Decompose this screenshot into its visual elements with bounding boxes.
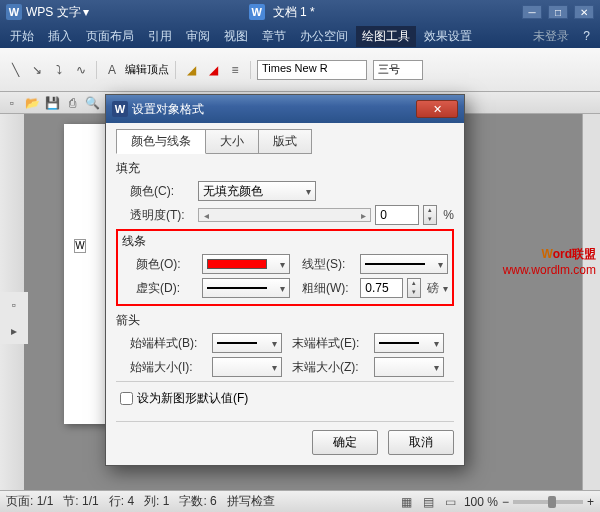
curve-tool-icon[interactable]: ∿ bbox=[72, 61, 90, 79]
shape-style-icon[interactable]: ≡ bbox=[226, 61, 244, 79]
default-checkbox-row[interactable]: 设为新图形默认值(F) bbox=[120, 390, 454, 407]
color-swatch-red bbox=[207, 259, 267, 269]
status-line[interactable]: 行: 4 bbox=[109, 493, 134, 510]
close-button[interactable]: ✕ bbox=[574, 5, 594, 19]
watermark-w: W bbox=[542, 247, 553, 261]
zoom-out-icon[interactable]: − bbox=[502, 495, 509, 509]
status-words[interactable]: 字数: 6 bbox=[179, 493, 216, 510]
app-name: WPS 文字 bbox=[26, 4, 81, 21]
fill-group-title: 填充 bbox=[116, 160, 454, 177]
arrow-end-style-label: 末端样式(E): bbox=[292, 335, 370, 352]
document-title: 文档 1 * bbox=[273, 4, 315, 21]
menu-drawing-tools[interactable]: 绘图工具 bbox=[356, 26, 416, 47]
line-tool-icon[interactable]: ╲ bbox=[6, 61, 24, 79]
arrow-end-size-select[interactable] bbox=[374, 357, 444, 377]
ok-button[interactable]: 确定 bbox=[312, 430, 378, 455]
dash-sample-icon bbox=[207, 287, 267, 289]
dialog-titlebar[interactable]: W 设置对象格式 ✕ bbox=[106, 95, 464, 123]
dialog-close-button[interactable]: ✕ bbox=[416, 100, 458, 118]
arrow-begin-style-label: 始端样式(B): bbox=[130, 335, 208, 352]
transparency-spinner[interactable]: ▴▾ bbox=[423, 205, 437, 225]
zoom-slider[interactable] bbox=[513, 500, 583, 504]
transparency-slider[interactable]: ◂▸ bbox=[198, 208, 371, 222]
default-checkbox[interactable] bbox=[120, 392, 133, 405]
menu-page-layout[interactable]: 页面布局 bbox=[80, 26, 140, 47]
arrow-end-style-select[interactable] bbox=[374, 333, 444, 353]
print-preview-icon[interactable]: 🔍 bbox=[84, 95, 100, 111]
menu-review[interactable]: 审阅 bbox=[180, 26, 216, 47]
arrow-group: 箭头 始端样式(B): 末端样式(E): 始端大小(I): 末端大小(Z): bbox=[116, 312, 454, 377]
vertical-scrollbar[interactable] bbox=[582, 114, 600, 494]
line-style-select[interactable] bbox=[360, 254, 448, 274]
save-icon[interactable]: 💾 bbox=[44, 95, 60, 111]
edit-vertex-button[interactable]: 编辑顶点 bbox=[125, 62, 169, 77]
menu-insert[interactable]: 插入 bbox=[42, 26, 78, 47]
status-section[interactable]: 节: 1/1 bbox=[63, 493, 98, 510]
watermark-url: www.wordlm.com bbox=[503, 263, 596, 277]
open-icon[interactable]: 📂 bbox=[24, 95, 40, 111]
side-panel-strip: ▫ ▸ bbox=[0, 292, 28, 344]
window-controls: ─ □ ✕ bbox=[522, 5, 594, 19]
menu-home[interactable]: 开始 bbox=[4, 26, 40, 47]
fill-color-value: 无填充颜色 bbox=[203, 183, 263, 200]
font-family-select[interactable]: Times New R bbox=[257, 60, 367, 80]
menu-help-icon[interactable]: ? bbox=[577, 27, 596, 45]
zoom-level[interactable]: 100 % bbox=[464, 495, 498, 509]
line-color-select[interactable] bbox=[202, 254, 290, 274]
arrow-begin-size-select[interactable] bbox=[212, 357, 282, 377]
minimize-button[interactable]: ─ bbox=[522, 5, 542, 19]
line-weight-value[interactable]: 0.75 bbox=[360, 278, 403, 298]
line-dash-label: 虚实(D): bbox=[136, 280, 198, 297]
menu-login[interactable]: 未登录 bbox=[527, 26, 575, 47]
line-weight-label: 粗细(W): bbox=[302, 280, 356, 297]
cancel-button[interactable]: 取消 bbox=[388, 430, 454, 455]
watermark: Word联盟 www.wordlm.com bbox=[503, 240, 596, 277]
menu-chapter[interactable]: 章节 bbox=[256, 26, 292, 47]
view-mode-3-icon[interactable]: ▭ bbox=[442, 493, 460, 511]
zoom-in-icon[interactable]: + bbox=[587, 495, 594, 509]
menu-office-space[interactable]: 办公空间 bbox=[294, 26, 354, 47]
maximize-button[interactable]: □ bbox=[548, 5, 568, 19]
side-doc-icon[interactable]: ▫ bbox=[5, 296, 23, 314]
fill-color-select[interactable]: 无填充颜色 bbox=[198, 181, 316, 201]
zoom-controls: ▦ ▤ ▭ 100 % − + bbox=[398, 493, 594, 511]
print-icon[interactable]: ⎙ bbox=[64, 95, 80, 111]
connector-tool-icon[interactable]: ⤵ bbox=[50, 61, 68, 79]
arrow-begin-style-select[interactable] bbox=[212, 333, 282, 353]
tab-size[interactable]: 大小 bbox=[205, 129, 259, 154]
tab-color-lines[interactable]: 颜色与线条 bbox=[116, 129, 206, 154]
status-spellcheck[interactable]: 拼写检查 bbox=[227, 493, 275, 510]
line-weight-spinner[interactable]: ▴▾ bbox=[407, 278, 421, 298]
status-page[interactable]: 页面: 1/1 bbox=[6, 493, 53, 510]
view-mode-2-icon[interactable]: ▤ bbox=[420, 493, 438, 511]
dialog-buttons: 确定 取消 bbox=[116, 421, 454, 455]
dialog-title: 设置对象格式 bbox=[132, 101, 204, 118]
line-dash-select[interactable] bbox=[202, 278, 290, 298]
arrow-tool-icon[interactable]: ↘ bbox=[28, 61, 46, 79]
drawn-shape[interactable]: W bbox=[74, 239, 86, 253]
app-logo-icon: W bbox=[6, 4, 22, 20]
menu-view[interactable]: 视图 bbox=[218, 26, 254, 47]
unit-dropdown-icon[interactable]: ▾ bbox=[443, 283, 448, 294]
dialog-icon: W bbox=[112, 101, 128, 117]
font-size-select[interactable]: 三号 bbox=[373, 60, 423, 80]
dialog-tabs: 颜色与线条 大小 版式 bbox=[116, 129, 454, 154]
line-color-label: 颜色(O): bbox=[136, 256, 198, 273]
new-doc-icon[interactable]: ▫ bbox=[4, 95, 20, 111]
transparency-value[interactable]: 0 bbox=[375, 205, 419, 225]
line-sample-icon bbox=[365, 263, 425, 265]
arrow-begin-size-label: 始端大小(I): bbox=[130, 359, 208, 376]
text-box-icon[interactable]: A bbox=[103, 61, 121, 79]
status-col[interactable]: 列: 1 bbox=[144, 493, 169, 510]
menu-effect-settings[interactable]: 效果设置 bbox=[418, 26, 478, 47]
fill-color-icon[interactable]: ◢ bbox=[182, 61, 200, 79]
menu-references[interactable]: 引用 bbox=[142, 26, 178, 47]
document-title-area: W 文档 1 * bbox=[249, 4, 315, 21]
view-mode-1-icon[interactable]: ▦ bbox=[398, 493, 416, 511]
highlighted-line-section: 线条 颜色(O): 线型(S): 虚实(D): 粗细(W): 0.75 ▴▾ 磅… bbox=[116, 229, 454, 306]
tab-layout[interactable]: 版式 bbox=[258, 129, 312, 154]
titlebar-dropdown-icon[interactable]: ▾ bbox=[83, 5, 89, 19]
side-arrow-icon[interactable]: ▸ bbox=[5, 322, 23, 340]
ribbon-toolbar: ╲ ↘ ⤵ ∿ A 编辑顶点 ◢ ◢ ≡ Times New R 三号 bbox=[0, 48, 600, 92]
line-color-icon[interactable]: ◢ bbox=[204, 61, 222, 79]
